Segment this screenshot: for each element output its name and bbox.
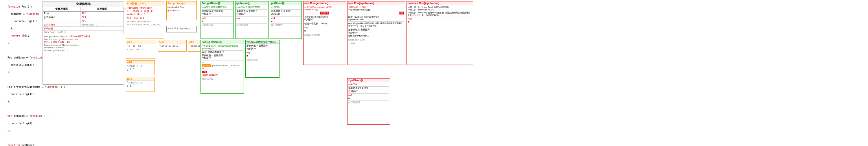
diagram-area: 全局作用域 变量存储区 值存储区 Foo AF0 getName AF1 (42, 0, 868, 146)
getname-bf1-exec: getName(); =>BF1() 形参赋值 & 变量提升 代码执行 =>1 … (270, 1, 302, 39)
proto-object-box: proto::Object.prototype (166, 26, 197, 32)
af2-title: AF2 (158, 40, 186, 44)
foo-getname-exec: Foo.getName() =>AF2() 普通函数数执行 形参赋值 & 变量提… (200, 1, 234, 39)
arrow-getname (124, 13, 127, 13)
new-foo-getname2-exec: new Foo().getName() 创建Foo的一个实例 =>实例.getN… (347, 1, 405, 65)
new-new-foo-title: new new Foo().getName() (407, 1, 473, 5)
scope-extra-row: function getName(){…} (44, 49, 123, 52)
scope-extra-row: getName = function… (44, 46, 123, 49)
main-canvas: function Foo() { getName = function () {… (0, 0, 868, 146)
getname-exec: getName(); =>AF40 普通函数数执行 形参赋值 & 变量提升 代码… (235, 1, 269, 39)
scope-extra-row: Foo.getName=function… 把Foo当做普通对象 (44, 35, 123, 38)
col-var: 变量存储区 (43, 7, 80, 11)
col-val: 值存储区 (80, 7, 124, 11)
new-foo-getname-title: new Foo.getName() (304, 1, 346, 5)
foo-prototype-title: Foo.prototype (167, 1, 196, 5)
af4-box: AF4 "console.log(1)" (126, 60, 155, 75)
scope-extra-row: Foo.prototype.getName=function… (44, 38, 123, 40)
bf1-title: BF1 (126, 77, 155, 81)
foo-value-box: Foo的值（AF0） "getName =function() {console… (126, 1, 164, 39)
window-getname-exec: window.getName() =>BF1() 形参赋值 & 变量提升 代码执… (245, 40, 279, 78)
global-scope-box: 全局作用域 变量存储区 值存储区 Foo AF0 getName AF1 (42, 1, 124, 85)
table-row: getName AF1 (43, 16, 124, 19)
scope-extra-row: Foo.prototype.getName=function… (44, 44, 123, 46)
scope-extra-row: 把Foo当做构造函数（类） (44, 40, 123, 44)
new-new-foo-exec: new new Foo().getName() =>第一步：let f = ne… (406, 1, 473, 65)
foo-getname-title: Foo.getName() (201, 1, 234, 5)
table-row: Foo AF0 (43, 11, 124, 16)
f-getname-exec: f.getName() =>AF3() 形参赋值&变量提升 代码执行 =>3 6… (347, 78, 390, 124)
table-row: function Foo(){…} (43, 31, 124, 34)
foo-prototype-box: Foo.prototype constructor:Foo getName ≈ (166, 1, 197, 20)
window-getname-title: window.getName() =>BF1() (246, 40, 279, 44)
foo-call-getname-exec: Foo().getName() =>先让AF0执行，执行后的返回结果调取getN… (200, 40, 244, 93)
bf1-box: BF1 "console.log(1)" (126, 77, 155, 92)
getname-title: getName(); (236, 1, 268, 5)
global-scope-title: 全局作用域 (43, 1, 124, 7)
af1-title: AF1 (126, 40, 156, 44)
arrow-foo (124, 8, 127, 8)
af2-box: AF2 "console.log(2)" (158, 40, 187, 52)
code-panel: function Foo() { getName = function () {… (0, 0, 42, 146)
foo-call-getname-title: Foo().getName() (201, 40, 244, 44)
foo-value-title: Foo的值（AF0） (126, 1, 164, 6)
af4-title: AF4 (126, 61, 155, 64)
getname-bf1-title: getName(); (270, 1, 302, 5)
new-foo-getname-exec: new Foo.getName() =>先找到Foo.getName（AF2） … (303, 1, 346, 65)
f-getname-title: f.getName() (347, 79, 390, 82)
af1-box: AF1 "c__sr _g1" p_ato _lio_... (126, 40, 156, 59)
table-row: AF4 (43, 19, 124, 23)
new-foo-getname2-title: new Foo().getName() (347, 1, 405, 5)
table-row: 代码执行 (43, 27, 124, 31)
table-row: getName_ prototype.t (43, 23, 124, 27)
